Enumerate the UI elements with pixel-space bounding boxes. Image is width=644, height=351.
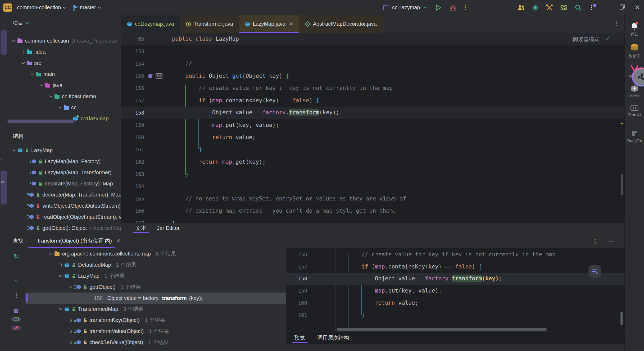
toolbar-kebab-icon[interactable]: ⋮: [13, 293, 19, 299]
find-result-row[interactable]: org.apache.commons.collections.map5 个结果: [25, 248, 286, 259]
more-menu-kebab-icon[interactable]: ⋮: [588, 5, 594, 11]
code-line-165[interactable]: 165 // no need to wrap keySet, entrySet …: [121, 193, 624, 205]
open-in-editor-icon[interactable]: [11, 317, 21, 322]
find-result-row[interactable]: checkSetValue(Object)1 个结果: [25, 337, 286, 348]
find-bottom-tab-调用层次结构[interactable]: 调用层次结构: [317, 333, 349, 343]
toolwindow-stripe-active[interactable]: [1, 30, 7, 55]
chevron-right-icon[interactable]: [69, 330, 72, 333]
code-line-163[interactable]: 163 }: [121, 168, 624, 180]
pin-grid-icon[interactable]: [14, 309, 18, 313]
record-icon[interactable]: [532, 4, 539, 11]
find-options-kebab-icon[interactable]: ⋮: [592, 238, 598, 244]
prev-occurrence-icon[interactable]: ↑: [15, 264, 18, 271]
minimize-button[interactable]: —: [601, 4, 610, 11]
chevron-down-icon[interactable]: [69, 285, 72, 288]
preview-float-button[interactable]: [588, 265, 601, 278]
find-bottom-tab-预览[interactable]: 预览: [294, 333, 305, 343]
chevron-right-icon[interactable]: [59, 263, 62, 267]
preview-hscrollbar[interactable]: [337, 328, 547, 331]
structure-item[interactable]: LazyMap(Map, Transformer): [7, 167, 121, 178]
tools-icon[interactable]: [546, 4, 553, 11]
search-icon[interactable]: [575, 4, 582, 11]
find-result-row[interactable]: DefaultedMap1 个结果: [25, 259, 286, 271]
project-tree-item-src[interactable]: src: [7, 57, 121, 69]
project-panel-header[interactable]: 项目: [7, 15, 121, 30]
preview-line-160[interactable]: 160 return value;: [286, 297, 624, 309]
reader-mode-label[interactable]: 阅读器模式: [573, 36, 599, 43]
find-result-row[interactable]: TransformedMap3 个结果: [25, 304, 286, 315]
chevron-down-icon[interactable]: [423, 5, 427, 9]
editor-tab-Transformer.java[interactable]: Transformer.java: [180, 15, 239, 33]
code-line-159[interactable]: 159 map.put(key, value);: [121, 119, 624, 131]
tab-options-kebab-icon[interactable]: ⋮: [613, 20, 619, 26]
chevron-down-icon[interactable]: [58, 105, 62, 109]
project-tree-item-common-collection[interactable]: common-collectionD:\Java_ProjectJav: [7, 35, 121, 46]
code-line-153[interactable]: 153: [121, 45, 624, 57]
run-config-name[interactable]: cc1lazymap: [392, 4, 420, 11]
preview-line-158[interactable]: 158 Object value = factory.transform(key…: [286, 273, 624, 285]
structure-item[interactable]: decorate(Map, Factory): Map: [7, 178, 121, 189]
project-tree-item-main[interactable]: main: [7, 69, 121, 80]
editor-mode-tab-文本[interactable]: 文本: [136, 223, 146, 233]
find-result-selected[interactable]: 158Object value = factory.transform(key)…: [25, 293, 286, 304]
chevron-right-icon[interactable]: [69, 341, 72, 344]
edit-pencil-icon[interactable]: [11, 326, 21, 330]
restore-button[interactable]: [617, 4, 626, 11]
code-line-162[interactable]: 162 return map.get(key);: [121, 156, 624, 168]
close-button[interactable]: ✕: [633, 3, 642, 12]
preview-line-156[interactable]: 156 // create value for key if key is no…: [286, 248, 624, 261]
run-button[interactable]: [435, 4, 442, 11]
right-tool-通知[interactable]: 通知: [625, 22, 644, 37]
chevron-down-icon[interactable]: [40, 83, 43, 86]
right-tool-DongTai[interactable]: DongTai: [625, 130, 644, 143]
chevron-down-icon[interactable]: [31, 72, 34, 75]
project-hscrollbar[interactable]: [7, 120, 74, 123]
right-tool-CodeBu[interactable]: CodeBu: [625, 85, 644, 98]
chevron-right-icon[interactable]: [69, 318, 72, 322]
structure-item[interactable]: LazyMap(Map, Factory): [7, 156, 121, 167]
refresh-icon[interactable]: ↻: [13, 253, 19, 260]
atom-plugin-icon[interactable]: [560, 4, 568, 12]
find-result-tab[interactable]: transform(Object) (所有位置 内) ✕: [38, 237, 121, 244]
editor-mode-tab-Jar Editor[interactable]: Jar Editor: [157, 223, 180, 233]
preview-vscrollbar[interactable]: [620, 312, 623, 325]
inspection-check-icon[interactable]: ✓: [605, 35, 611, 42]
find-result-row[interactable]: get(Object)1 个结果: [25, 281, 286, 293]
structure-item[interactable]: readObject(ObjectInputStream): voi: [7, 211, 121, 222]
preview-line-157[interactable]: 157 if (map.containsKey(key) == false) {: [286, 261, 624, 273]
structure-item[interactable]: writeObject(ObjectOutputStream): v: [7, 200, 121, 211]
code-line-154[interactable]: 154 //----------------------------------…: [121, 57, 624, 70]
code-line-155[interactable]: 155•• public Object get(Object key) {: [121, 70, 624, 82]
chevron-down-icon[interactable]: [59, 307, 62, 311]
structure-item[interactable]: LazyMap: [7, 145, 121, 156]
debug-button[interactable]: [450, 4, 456, 11]
editor-tab-AbstractMapDecorator.java[interactable]: AbstractMapDecorator.java: [299, 15, 382, 33]
editor-tab-cc1lazymap.java[interactable]: cc1lazymap.java: [121, 15, 180, 33]
toolwindow-stripe-active-2[interactable]: [1, 171, 7, 204]
chevron-right-icon[interactable]: [21, 50, 25, 54]
chevron-down-icon[interactable]: [49, 252, 53, 255]
code-line-166[interactable]: 166 // existing map entries - you can't …: [121, 205, 624, 217]
chevron-down-icon[interactable]: [12, 148, 16, 152]
close-icon[interactable]: ✕: [116, 238, 121, 244]
code-line-167[interactable]: 167}: [121, 217, 624, 223]
right-tool-Trae AI[interactable]: Trae AI: [625, 105, 644, 117]
run-more-kebab-icon[interactable]: ⋮: [463, 5, 469, 11]
structure-panel-header[interactable]: 结构: [7, 128, 121, 144]
chevron-down-icon[interactable]: [49, 94, 53, 98]
code-line-157[interactable]: 157 if (map.containsKey(key) == false) {: [121, 94, 624, 107]
code-line-164[interactable]: 164: [121, 180, 624, 192]
preview-line-159[interactable]: 159 map.put(key, value);: [286, 285, 624, 297]
code-line-160[interactable]: 160 return value;: [121, 131, 624, 143]
code-line-156[interactable]: 156 // create value for key if key is no…: [121, 82, 624, 94]
structure-item[interactable]: get(Object): Object ↑ AbstractMapD: [7, 222, 121, 233]
branch-menu[interactable]: master: [70, 3, 103, 12]
editor-vscrollbar[interactable]: [621, 174, 623, 195]
code-viewport[interactable]: 153154 //-------------------------------…: [121, 45, 624, 223]
project-menu[interactable]: common-collection: [15, 3, 68, 12]
find-result-row[interactable]: transformValue(Object)1 个结果: [25, 326, 286, 337]
editor-tab-LazyMap.java[interactable]: LazyMap.java✕: [239, 15, 299, 33]
code-line-161[interactable]: 161 }: [121, 143, 624, 156]
right-tool-数据库[interactable]: 数据库: [625, 44, 644, 58]
chevron-down-icon[interactable]: [59, 274, 62, 277]
